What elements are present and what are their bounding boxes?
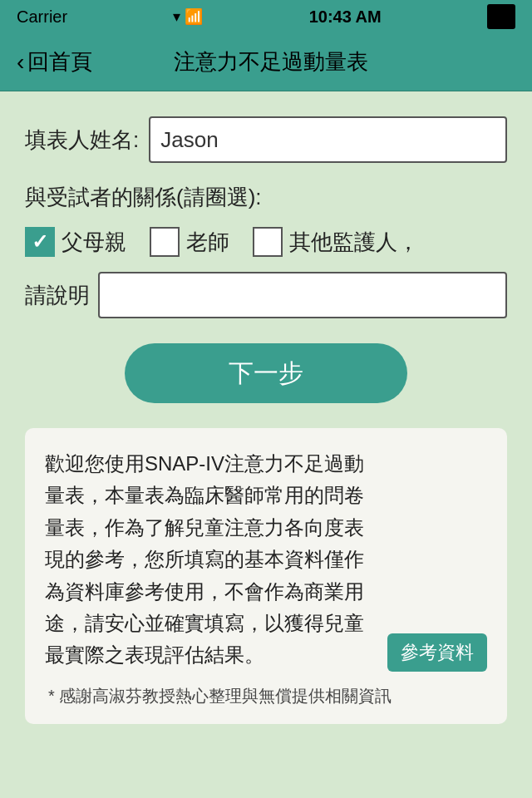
- name-row: 填表人姓名:: [25, 116, 507, 163]
- next-button[interactable]: 下一步: [125, 343, 407, 403]
- checkbox-other-label: 其他監護人，: [289, 228, 419, 257]
- checkbox-parent-box[interactable]: [25, 227, 55, 257]
- name-input[interactable]: [149, 116, 507, 163]
- other-row: 請說明: [25, 272, 507, 318]
- checkbox-row: 父母親 老師 其他監護人，: [25, 227, 507, 257]
- checkbox-teacher-label: 老師: [186, 228, 229, 257]
- info-text-section: 歡迎您使用SNAP-IV注意力不足過動量表，本量表為臨床醫師常用的問卷量表，作為…: [45, 448, 487, 672]
- ref-button[interactable]: 參考資料: [387, 633, 487, 672]
- back-button[interactable]: ‹ 回首頁: [17, 47, 92, 76]
- checkbox-parent[interactable]: 父母親: [25, 227, 126, 257]
- other-label: 請說明: [25, 281, 90, 310]
- page-title: 注意力不足過動量表: [92, 47, 449, 76]
- carrier-label: Carrier: [17, 7, 67, 27]
- info-box: 歡迎您使用SNAP-IV注意力不足過動量表，本量表為臨床醫師常用的問卷量表，作為…: [25, 428, 507, 724]
- checkbox-other[interactable]: 其他監護人，: [253, 227, 419, 257]
- status-bar: Carrier ▾ 📶 10:43 AM: [0, 0, 532, 33]
- name-label: 填表人姓名:: [25, 126, 139, 155]
- wifi-icon: ▾ 📶: [173, 7, 203, 26]
- checkbox-teacher[interactable]: 老師: [150, 227, 229, 257]
- checkbox-parent-label: 父母親: [62, 228, 126, 257]
- nav-bar: ‹ 回首頁 注意力不足過動量表: [0, 33, 532, 91]
- relation-label: 與受試者的關係(請圈選):: [25, 183, 507, 212]
- info-paragraph: 歡迎您使用SNAP-IV注意力不足過動量表，本量表為臨床醫師常用的問卷量表，作為…: [45, 448, 377, 672]
- checkbox-teacher-box[interactable]: [150, 227, 180, 257]
- battery-icon: [487, 4, 515, 29]
- time-label: 10:43 AM: [309, 7, 382, 27]
- checkbox-other-box[interactable]: [253, 227, 283, 257]
- back-chevron-icon: ‹: [17, 49, 24, 76]
- back-label: 回首頁: [27, 47, 92, 76]
- other-input[interactable]: [98, 272, 507, 318]
- thanks-text: * 感謝高淑芬教授熱心整理與無償提供相關資訊: [45, 685, 487, 707]
- main-content: 填表人姓名: 與受試者的關係(請圈選): 父母親 老師 其他監護人， 請說明 下…: [0, 91, 532, 741]
